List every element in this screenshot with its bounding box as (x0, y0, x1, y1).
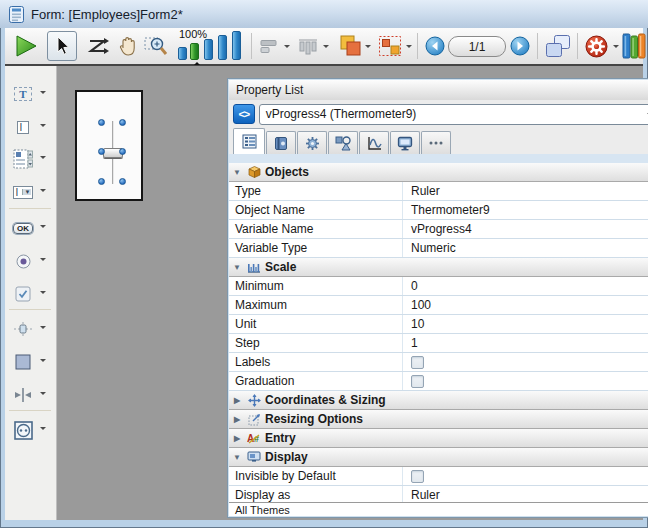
property-value[interactable]: vProgress4 (403, 222, 472, 236)
object-selector-combobox[interactable]: vProgress4 (Thermometer9) (259, 104, 648, 125)
check-box-tool[interactable] (8, 280, 54, 308)
zoom-level-control[interactable]: 100% (177, 29, 245, 64)
section-header-coordinates-sizing[interactable]: ▶ Coordinates & Sizing (229, 391, 648, 410)
graduation-checkbox[interactable] (411, 375, 424, 388)
invisible-by-default-checkbox[interactable] (411, 470, 424, 483)
list-box-tool[interactable] (8, 145, 54, 173)
section-header-entry[interactable]: ▶ A # Entry (229, 429, 648, 448)
property-value[interactable]: Ruler (403, 184, 440, 198)
tab-events[interactable] (359, 131, 389, 154)
group-dropdown-caret[interactable] (406, 45, 412, 51)
radio-button-tool[interactable] (8, 247, 54, 275)
execute-form-button[interactable] (11, 31, 41, 61)
property-value[interactable]: 0 (403, 279, 418, 293)
previous-page-button[interactable] (423, 31, 447, 61)
rectangle-dropdown-caret[interactable] (40, 359, 46, 365)
list-box-dropdown-caret[interactable] (40, 156, 46, 162)
tab-properties[interactable] (233, 128, 265, 154)
selection-tool-button[interactable] (47, 31, 77, 61)
property-row-unit[interactable]: Unit 10 (229, 315, 648, 334)
splitter-tool[interactable] (8, 381, 54, 409)
distribute-button-disabled[interactable] (295, 31, 321, 61)
expand-triangle-icon[interactable]: ▶ (229, 434, 245, 443)
selection-handle-bottom-right[interactable] (119, 178, 126, 185)
titlebar[interactable]: Form: [Employees]Form2* (0, 0, 648, 28)
property-value[interactable]: Numeric (403, 241, 456, 255)
tab-objects[interactable] (328, 131, 358, 154)
tab-more[interactable] (421, 131, 451, 154)
property-value[interactable]: Thermometer9 (403, 203, 490, 217)
plugin-area-tool[interactable] (8, 416, 54, 444)
next-page-button[interactable] (508, 31, 532, 61)
preferences-button[interactable] (583, 31, 609, 61)
preferences-dropdown-caret[interactable] (613, 45, 619, 51)
property-row-variable-type[interactable]: Variable Type Numeric (229, 239, 648, 258)
group-button[interactable] (377, 31, 403, 61)
slider-dropdown-caret[interactable] (40, 326, 46, 332)
zoom-bar-50[interactable] (178, 47, 187, 60)
property-row-type[interactable]: Type Ruler (229, 182, 648, 201)
align-dropdown-caret[interactable] (284, 45, 290, 51)
theme-filter-bar[interactable]: All Themes (229, 502, 648, 516)
selection-handle-mid-left[interactable] (98, 148, 105, 155)
property-row-invisible-by-default[interactable]: Invisible by Default (229, 467, 648, 486)
property-row-step[interactable]: Step 1 (229, 334, 648, 353)
align-button-disabled[interactable] (257, 31, 281, 61)
input-tool[interactable]: I (8, 113, 54, 141)
property-row-maximum[interactable]: Maximum 100 (229, 296, 648, 315)
labels-checkbox[interactable] (411, 356, 424, 369)
zoom-bar-200[interactable] (204, 39, 213, 60)
level-dropdown-caret[interactable] (365, 45, 371, 51)
static-text-dropdown-caret[interactable] (40, 91, 46, 97)
button-dropdown-caret[interactable] (40, 225, 46, 231)
slider-tool[interactable] (8, 315, 54, 343)
selection-handle-top-left[interactable] (98, 119, 105, 126)
combo-box-tool[interactable]: I ▼ (8, 178, 54, 206)
property-row-minimum[interactable]: Minimum 0 (229, 277, 648, 296)
zoom-bar-400[interactable] (218, 35, 227, 60)
expand-triangle-icon[interactable]: ▶ (229, 396, 245, 405)
section-header-display[interactable]: ▼ Display (229, 448, 648, 467)
form-page[interactable] (75, 90, 143, 201)
tab-display[interactable] (390, 131, 420, 154)
zoom-tool-button[interactable] (141, 31, 171, 61)
distribute-dropdown-caret[interactable] (323, 45, 329, 51)
collapse-triangle-icon[interactable]: ▼ (229, 263, 245, 272)
page-indicator-field[interactable]: 1/1 (448, 36, 506, 57)
combo-box-dropdown-caret[interactable] (40, 189, 46, 195)
section-header-resizing-options[interactable]: ▶ Resizing Options (229, 410, 648, 429)
zoom-bar-800[interactable] (232, 31, 241, 60)
tab-settings[interactable] (297, 131, 327, 154)
selection-handle-mid-right[interactable] (119, 148, 126, 155)
property-value[interactable]: 10 (403, 317, 424, 331)
plugin-dropdown-caret[interactable] (40, 427, 46, 433)
form-canvas[interactable]: Property List <> vProgress4 (Thermometer… (57, 66, 643, 520)
section-header-objects[interactable]: ▼ Objects (229, 163, 648, 182)
collapse-triangle-icon[interactable]: ▼ (229, 168, 245, 177)
check-box-dropdown-caret[interactable] (40, 291, 46, 297)
entry-order-tool-button[interactable] (83, 31, 113, 61)
splitter-dropdown-caret[interactable] (40, 392, 46, 398)
move-tool-button[interactable] (113, 31, 143, 61)
property-row-graduation[interactable]: Graduation (229, 372, 648, 391)
selection-handle-bottom-left[interactable] (98, 178, 105, 185)
button-tool[interactable]: OK (8, 214, 54, 242)
display-pages-button[interactable] (543, 31, 573, 61)
property-value[interactable]: 100 (403, 298, 431, 312)
rectangle-tool[interactable] (8, 348, 54, 376)
property-row-variable-name[interactable]: Variable Name vProgress4 (229, 220, 648, 239)
property-row-object-name[interactable]: Object Name Thermometer9 (229, 201, 648, 220)
library-button[interactable] (621, 31, 647, 61)
property-value[interactable]: 1 (403, 336, 418, 350)
expand-triangle-icon[interactable]: ▶ (229, 415, 245, 424)
property-row-labels[interactable]: Labels (229, 353, 648, 372)
tab-theme[interactable] (266, 131, 296, 154)
static-text-tool[interactable]: T (8, 80, 54, 108)
level-button[interactable] (337, 31, 363, 61)
radio-dropdown-caret[interactable] (40, 258, 46, 264)
property-list-titlebar[interactable]: Property List (229, 80, 648, 100)
input-dropdown-caret[interactable] (40, 124, 46, 130)
selection-handle-top-right[interactable] (119, 119, 126, 126)
zoom-bar-100-current[interactable] (190, 43, 199, 60)
property-value[interactable]: Ruler (403, 488, 440, 502)
